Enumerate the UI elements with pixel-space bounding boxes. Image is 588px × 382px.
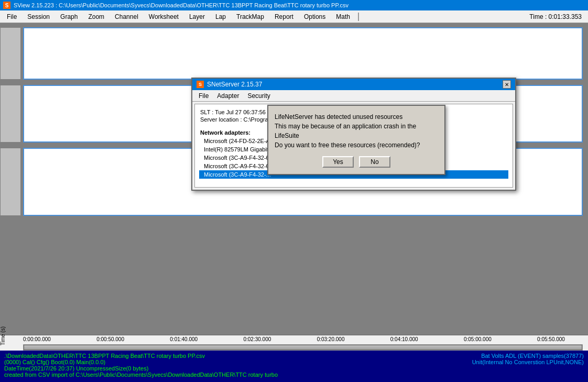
lifenet-yes-button[interactable]: Yes xyxy=(322,156,354,168)
timeline-marker-7: 0:05:50.000 xyxy=(537,336,565,342)
timeline-marker-4: 0:03:20.000 xyxy=(317,336,345,342)
snet-menu-bar: File Adapter Security xyxy=(192,90,515,102)
scrollbar-thumb[interactable] xyxy=(24,345,582,350)
menu-trackmap[interactable]: TrackMap xyxy=(232,12,269,22)
app-icon: S xyxy=(3,2,10,9)
timeline-scrollbar[interactable] xyxy=(23,344,583,351)
timeline-marker-1: 0:00:50.000 xyxy=(96,336,124,342)
lifenet-dialog: LifeNetServer has detected unused resour… xyxy=(267,105,445,175)
snet-title-left: S SNetServer 2.15.37 xyxy=(197,81,262,88)
snet-menu-adapter[interactable]: Adapter xyxy=(213,91,243,101)
lifenet-line2: This may be because of an application cr… xyxy=(275,122,438,140)
lifenet-message: LifeNetServer has detected unused resour… xyxy=(275,112,438,150)
time-display: Time : 0:01:33.353 xyxy=(525,12,586,21)
lifenet-line1: LifeNetServer has detected unused resour… xyxy=(275,112,438,122)
menu-layer[interactable]: Layer xyxy=(184,12,210,22)
menu-graph[interactable]: Graph xyxy=(56,12,82,22)
title-text: SView 2.15.223 : C:\Users\Public\Documen… xyxy=(14,2,349,8)
status-right-line2: Unit(Internal No Converstion LPUnit,NONE… xyxy=(299,359,584,365)
time-axis-label: Time (s) xyxy=(0,326,6,345)
lifenet-no-button[interactable]: No xyxy=(359,156,390,168)
timeline: 0:00:00.000 0:00:50.000 0:01:40.000 0:02… xyxy=(0,335,588,351)
title-bar: S SView 2.15.223 : C:\Users\Public\Docum… xyxy=(0,0,588,10)
status-bar: .\DownloadedData\OTHER\TTC 13BPPT Racing… xyxy=(0,351,588,382)
status-right-line1: Bat Volts ADL (EVENT) samples(37877) xyxy=(299,353,584,359)
snet-menu-security[interactable]: Security xyxy=(243,91,274,101)
status-left: .\DownloadedData\OTHER\TTC 13BPPT Racing… xyxy=(4,353,289,380)
menu-options[interactable]: Options xyxy=(299,12,330,22)
menu-session[interactable]: Session xyxy=(23,12,55,22)
menu-file[interactable]: File xyxy=(2,12,21,22)
snet-title-text: SNetServer 2.15.37 xyxy=(207,81,262,88)
menu-lap[interactable]: Lap xyxy=(211,12,231,22)
timeline-labels: 0:00:00.000 0:00:50.000 0:01:40.000 0:02… xyxy=(0,335,588,342)
lifenet-buttons: Yes No xyxy=(275,156,438,168)
snet-menu-file[interactable]: File xyxy=(194,91,213,101)
snet-title-bar: S SNetServer 2.15.37 ✕ xyxy=(192,79,515,90)
timeline-marker-6: 0:05:00.000 xyxy=(464,336,492,342)
timeline-marker-0: 0:00:00.000 xyxy=(23,336,51,342)
status-line2: (0000) Cal() Cfg() Boot(0.0) Main(0.0.0) xyxy=(4,359,289,365)
left-label-top xyxy=(0,27,21,80)
status-right: Bat Volts ADL (EVENT) samples(37877) Uni… xyxy=(299,353,584,380)
menu-math[interactable]: Math xyxy=(331,12,355,22)
timeline-marker-3: 0:02:30.000 xyxy=(243,336,271,342)
snet-close-button[interactable]: ✕ xyxy=(503,80,511,89)
left-label-middle xyxy=(0,85,21,143)
snet-app-icon: S xyxy=(197,81,204,88)
timeline-marker-2: 0:01:40.000 xyxy=(170,336,198,342)
menu-worksheet[interactable]: Worksheet xyxy=(144,12,183,22)
status-line4: created from CSV import of C:\Users\Publ… xyxy=(4,372,289,378)
graph-panel-top[interactable] xyxy=(23,27,583,80)
menu-separator xyxy=(358,13,359,21)
menu-bar: File Session Graph Zoom Channel Workshee… xyxy=(0,10,588,23)
status-line1: .\DownloadedData\OTHER\TTC 13BPPT Racing… xyxy=(4,353,289,359)
menu-channel[interactable]: Channel xyxy=(110,12,143,22)
lifenet-line3: Do you want to free these resources (rec… xyxy=(275,140,438,150)
left-label-bottom xyxy=(0,148,21,216)
timeline-marker-5: 0:04:10.000 xyxy=(390,336,418,342)
menu-report[interactable]: Report xyxy=(270,12,298,22)
status-line3: DateTime(2021/7/26 20:37) UncompressedSi… xyxy=(4,365,289,372)
menu-zoom[interactable]: Zoom xyxy=(83,12,109,22)
